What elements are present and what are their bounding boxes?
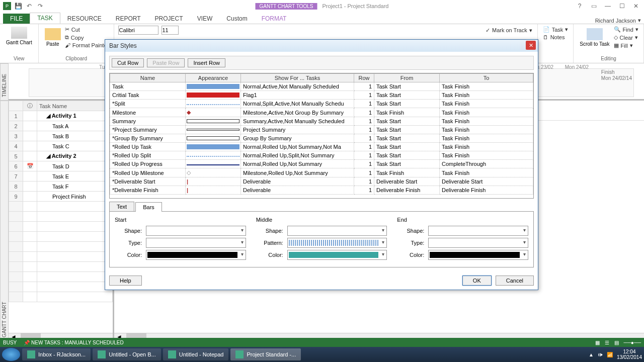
task-info-button[interactable]: 📄 Task ▾ — [542, 26, 570, 33]
redo-icon[interactable]: ↷ — [36, 2, 44, 10]
table-row[interactable]: SummarySummary,Active,Not Manually Sched… — [110, 117, 533, 126]
table-row[interactable]: 3Task B — [9, 131, 113, 141]
tab-task[interactable]: TASK — [30, 13, 60, 24]
view-shortcut-icon[interactable]: ▤ — [614, 340, 619, 345]
start-shape-combo[interactable] — [146, 226, 246, 236]
taskbar-app-button[interactable]: Untitled - Open B... — [93, 348, 161, 360]
ok-button[interactable]: OK — [462, 276, 492, 286]
cut-row-button[interactable]: Cut Row — [112, 58, 144, 67]
table-row[interactable]: *Rolled Up Milestone◇Milestone,Rolled Up… — [110, 168, 533, 177]
task-name-column[interactable]: Task Name — [37, 101, 113, 111]
font-name-combo[interactable] — [118, 26, 158, 35]
paste-button[interactable]: Paste — [43, 27, 63, 48]
windows-taskbar: Inbox - RJackson...Untitled - Open B...U… — [0, 347, 644, 362]
tab-custom[interactable]: Custom — [219, 14, 254, 24]
start-button[interactable] — [2, 348, 20, 361]
tab-bars[interactable]: Bars — [135, 202, 162, 212]
mark-on-track-button[interactable]: ✓ Mark on Track ▾ — [485, 27, 533, 34]
section-start: Start — [115, 217, 246, 223]
middle-pattern-combo[interactable] — [287, 238, 387, 248]
fill-button[interactable]: ▦ Fill ▾ — [613, 42, 639, 49]
copy-button[interactable]: ⧉ Copy — [64, 34, 110, 41]
maximize-icon[interactable]: ☐ — [617, 3, 627, 10]
info-column[interactable]: ⓘ — [23, 101, 37, 111]
gantt-chart-tab[interactable]: GANTT CHART — [0, 101, 9, 341]
help-icon[interactable]: ? — [575, 3, 585, 10]
end-shape-combo[interactable] — [428, 226, 528, 236]
timeline-tab[interactable]: TIMELINE — [0, 63, 9, 101]
table-row[interactable]: *Group By SummaryGroup By Summary1Task S… — [110, 134, 533, 143]
tab-format[interactable]: FORMAT — [255, 14, 294, 24]
dialog-toolbar: Cut Row Paste Row Insert Row — [109, 56, 534, 70]
middle-shape-combo[interactable] — [287, 226, 387, 236]
tab-resource[interactable]: RESOURCE — [60, 14, 109, 24]
format-painter-button[interactable]: 🖌 Format Painter — [64, 42, 110, 49]
table-row[interactable]: *Rolled Up ProgressNormal,Rolled Up,Not … — [110, 160, 533, 168]
status-busy: BUSY — [3, 340, 17, 345]
zoom-slider[interactable]: ──●── — [624, 340, 641, 345]
bars-panel: Start Shape: Type: Color: Middle Shape: … — [109, 212, 534, 267]
taskbar-app-button[interactable]: Project Standard -... — [230, 348, 301, 360]
dialog-title: Bar Styles — [109, 42, 137, 49]
contextual-tab: GANTT CHART TOOLS — [256, 3, 317, 10]
section-middle: Middle — [256, 217, 387, 223]
tab-report[interactable]: REPORT — [109, 14, 148, 24]
ribbon-toggle-icon[interactable]: ▭ — [589, 3, 599, 10]
table-row[interactable]: 5◢ Activity 2 — [9, 151, 113, 161]
table-row[interactable]: *Rolled Up TaskNormal,Rolled Up,Not Summ… — [110, 143, 533, 151]
table-row[interactable]: *Deliverable Finish|Deliverable1Delivera… — [110, 186, 533, 195]
table-row[interactable]: Critial TaskFlag11Task StartTask Finish — [110, 91, 533, 100]
find-button[interactable]: 🔍 Find ▾ — [613, 26, 639, 33]
tab-project[interactable]: PROJECT — [148, 14, 190, 24]
end-color-combo[interactable] — [428, 250, 528, 260]
task-table[interactable]: ⓘ Task Name 1◢ Activity 12Task A3Task B4… — [9, 101, 113, 302]
notes-button[interactable]: 🗒 Notes — [542, 34, 570, 41]
status-new-tasks[interactable]: 📌 NEW TASKS : MANUALLY SCHEDULED — [24, 340, 124, 345]
group-view-label: View — [4, 56, 34, 61]
middle-color-combo[interactable] — [287, 250, 387, 260]
taskbar-app-button[interactable]: Inbox - RJackson... — [22, 348, 91, 360]
undo-icon[interactable]: ↶ — [25, 2, 33, 10]
end-type-combo[interactable] — [428, 238, 528, 248]
system-tray[interactable]: ▲🕪📶 12:04 13/02/2014 — [589, 349, 642, 360]
tab-file[interactable]: FILE — [3, 14, 30, 24]
bar-styles-grid[interactable]: Name Appearance Show For ... Tasks Row F… — [109, 73, 534, 199]
table-row[interactable]: 6📅Task D — [9, 161, 113, 171]
table-row[interactable]: Milestone◆Milestone,Active,Not Group By … — [110, 108, 533, 117]
gantt-chart-button[interactable]: Gantt Chart — [4, 26, 34, 46]
save-icon[interactable]: 💾 — [14, 2, 22, 10]
user-label[interactable]: Richard Jackson ▾ — [595, 17, 641, 24]
tab-view[interactable]: VIEW — [190, 14, 220, 24]
taskbar-app-button[interactable]: Untitled - Notepad — [163, 348, 229, 360]
clear-button[interactable]: ◇ Clear ▾ — [613, 34, 639, 41]
table-row[interactable]: 2Task A — [9, 121, 113, 131]
start-color-combo[interactable] — [146, 250, 246, 260]
table-row[interactable]: 7Task E — [9, 171, 113, 182]
dialog-title-bar[interactable]: Bar Styles ✕ — [105, 40, 538, 52]
insert-row-button[interactable]: Insert Row — [188, 58, 225, 67]
view-shortcut-icon[interactable]: ▦ — [595, 340, 600, 345]
table-row[interactable]: *Rolled Up SplitNormal,Rolled Up,Split,N… — [110, 151, 533, 160]
minimize-icon[interactable]: — — [603, 3, 613, 10]
close-window-icon[interactable]: ✕ — [631, 3, 641, 10]
table-row[interactable]: 9Project Finish — [9, 192, 113, 202]
help-button[interactable]: Help — [109, 276, 142, 286]
cancel-button[interactable]: Cancel — [496, 276, 534, 286]
table-row[interactable]: 8Task F — [9, 182, 113, 192]
table-row[interactable]: 4Task C — [9, 141, 113, 151]
table-row[interactable]: *Deliverable Start|Deliverable1Deliverab… — [110, 177, 533, 186]
scroll-to-task-button[interactable]: Scroll to Task — [578, 27, 611, 48]
table-row[interactable]: *SplitNormal,Split,Active,Not Manually S… — [110, 100, 533, 108]
project-icon: P — [3, 2, 11, 10]
tab-text[interactable]: Text — [109, 202, 134, 211]
paste-row-button: Paste Row — [147, 58, 185, 67]
cut-button[interactable]: ✂ Cut — [64, 26, 110, 33]
table-row[interactable]: *Project SummaryProject Summary1Task Sta… — [110, 126, 533, 134]
font-size-combo[interactable] — [162, 26, 179, 35]
table-row[interactable]: TaskNormal,Active,Not Manually Scheduled… — [110, 82, 533, 91]
start-type-combo[interactable] — [146, 238, 246, 248]
table-row[interactable]: 1◢ Activity 1 — [9, 111, 113, 121]
window-title: Project1 - Project Standard — [322, 3, 388, 9]
view-shortcut-icon[interactable]: ☰ — [605, 340, 609, 345]
dialog-close-button[interactable]: ✕ — [526, 41, 536, 50]
